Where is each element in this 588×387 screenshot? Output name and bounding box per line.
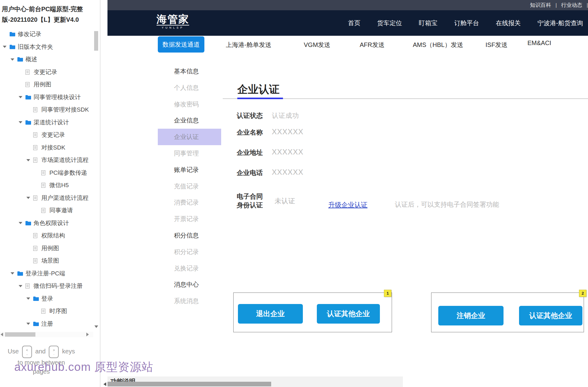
tree-item[interactable]: 微信H5	[0, 179, 93, 192]
sidebar-horizontal-scrollbar-thumb[interactable]	[5, 332, 35, 337]
menu-item[interactable]: 同事管理	[158, 145, 221, 162]
expand-arrow-icon[interactable]	[26, 297, 30, 300]
expand-arrow-icon[interactable]	[26, 260, 30, 262]
exit-company-button[interactable]: 退出企业	[238, 304, 303, 324]
tree-item[interactable]: 对接SDK	[0, 141, 93, 154]
expand-arrow-icon[interactable]	[26, 323, 30, 325]
tree-item[interactable]: 用例图	[0, 78, 93, 91]
expand-arrow-icon[interactable]	[18, 96, 23, 98]
expand-arrow-icon[interactable]	[2, 33, 7, 35]
tree-item-label: 用例图	[41, 244, 59, 252]
upgrade-certification-link[interactable]: 升级企业认证	[328, 200, 367, 209]
expand-arrow-icon[interactable]	[18, 222, 23, 224]
tree-item[interactable]: 同事管理对接SDK	[0, 104, 93, 116]
tree-item[interactable]: 用例图	[0, 242, 93, 255]
tree-item[interactable]: 微信扫码-登录注册	[0, 280, 93, 293]
tab-ams-hbl[interactable]: AMS（HBL）发送	[413, 41, 463, 49]
menu-item[interactable]: 消息中心	[158, 276, 221, 293]
menu-item[interactable]: 消费记录	[158, 194, 221, 211]
tree-item-label: 用户渠道统计流程	[41, 194, 89, 202]
expand-arrow-icon[interactable]	[34, 172, 39, 174]
menu-item[interactable]: 账单记录	[158, 162, 221, 178]
footnote-badge-2[interactable]: 2	[579, 290, 586, 297]
tree-item[interactable]: 同事管理模块设计	[0, 91, 93, 104]
brand-logo[interactable]: 海管家 YUNLSP	[157, 14, 189, 30]
menu-item[interactable]: 充值记录	[158, 178, 221, 195]
tree-item[interactable]: 场景图	[0, 255, 93, 267]
expand-arrow-icon[interactable]	[26, 109, 30, 111]
footnote-badge-1[interactable]: 1	[384, 290, 391, 297]
expand-arrow-icon[interactable]	[26, 159, 30, 161]
tree-item[interactable]: 修改记录	[0, 28, 93, 41]
tree-item[interactable]: 登录注册-PC端	[0, 267, 93, 280]
expand-arrow-icon[interactable]	[18, 84, 23, 86]
nav-item[interactable]: 订舱平台	[454, 19, 479, 27]
tree-item[interactable]: 用户渠道统计流程	[0, 192, 93, 205]
tree-item[interactable]: 概述	[0, 53, 93, 66]
tree-item[interactable]: 角色权限设计	[0, 217, 93, 230]
sidebar-scroll-right-arrow-icon[interactable]	[86, 333, 89, 336]
tree-item[interactable]: 同事邀请	[0, 204, 93, 217]
nav-item[interactable]: 盯箱宝	[419, 19, 437, 27]
utility-link[interactable]: 行业动态 |	[561, 2, 588, 9]
sidebar-scroll-left-arrow-icon[interactable]	[1, 333, 3, 336]
menu-item[interactable]: 修改密码	[158, 96, 221, 113]
utility-link-label[interactable]: 知识百科	[530, 2, 551, 9]
tab-vgm[interactable]: VGM发送	[304, 41, 330, 49]
expand-arrow-icon[interactable]	[10, 58, 15, 61]
tree-item[interactable]: 注册	[0, 318, 93, 330]
menu-item[interactable]: 个人信息	[158, 80, 221, 96]
expand-arrow-icon[interactable]	[10, 272, 15, 274]
expand-arrow-icon[interactable]	[26, 197, 30, 199]
expand-arrow-icon[interactable]	[18, 285, 23, 287]
sidebar-horizontal-scrollbar[interactable]	[0, 332, 93, 337]
expand-arrow-icon[interactable]	[26, 146, 30, 149]
tab-shanghai-manifest[interactable]: 上海港-舱单发送	[226, 41, 271, 49]
tree-item[interactable]: PC端参数传递	[0, 167, 93, 179]
menu-item[interactable]: 系统消息	[158, 293, 221, 309]
keyboard-hint: Use < , and > . keys to move between pag…	[6, 346, 77, 376]
menu-item[interactable]: 基本信息	[158, 63, 221, 80]
expand-arrow-icon[interactable]	[34, 210, 39, 212]
tree-item[interactable]: 变更记录	[0, 129, 93, 141]
expand-arrow-icon[interactable]	[18, 121, 23, 123]
nav-item[interactable]: 宁波港-船货查询	[537, 19, 583, 27]
main-horizontal-scrollbar-thumb[interactable]	[107, 382, 271, 386]
menu-item[interactable]: 积分记录	[158, 244, 221, 260]
certify-other-company-button-2[interactable]: 认证其他企业	[519, 306, 582, 325]
tree-item[interactable]: 旧版本文件夹	[0, 41, 93, 53]
menu-item[interactable]: 兑换记录	[158, 260, 221, 277]
menu-item[interactable]: 企业信息	[158, 112, 221, 129]
nav-item[interactable]: 在线报关	[496, 19, 521, 27]
tab-data-channel-active[interactable]: 数据发送通道	[158, 36, 204, 53]
expand-arrow-icon[interactable]	[34, 310, 39, 312]
expand-arrow-icon[interactable]	[34, 184, 39, 187]
tree-item[interactable]: 权限结构	[0, 229, 93, 242]
sidebar-scroll-down-arrow-icon[interactable]	[94, 325, 98, 328]
tab-em-aci[interactable]: EM&ACI	[527, 39, 551, 47]
deregister-company-button[interactable]: 注销企业	[438, 306, 504, 325]
tree-item[interactable]: 市场渠道统计流程	[0, 154, 93, 167]
expand-arrow-icon[interactable]	[2, 46, 7, 48]
expand-arrow-icon[interactable]	[26, 134, 30, 136]
tree-item[interactable]: 变更记录	[0, 66, 93, 79]
folder-icon	[10, 32, 15, 36]
tab-isf[interactable]: ISF发送	[485, 41, 508, 49]
nav-item[interactable]: 货车定位	[377, 19, 402, 27]
certify-other-company-button-1[interactable]: 认证其他企业	[317, 304, 380, 324]
expand-arrow-icon[interactable]	[18, 71, 23, 73]
main-scroll-left-arrow-icon[interactable]	[103, 382, 106, 386]
tree-item[interactable]: 登录	[0, 293, 93, 305]
tab-afr[interactable]: AFR发送	[360, 41, 385, 49]
tree-item[interactable]: 渠道统计设计	[0, 116, 93, 129]
nav-item[interactable]: 首页	[348, 19, 360, 27]
utility-link-label[interactable]: 行业动态	[561, 2, 582, 9]
menu-item[interactable]: 企业认证	[158, 129, 221, 145]
utility-link[interactable]: 知识百科 |	[530, 2, 557, 9]
expand-arrow-icon[interactable]	[26, 235, 30, 237]
expand-arrow-icon[interactable]	[26, 247, 30, 249]
menu-item[interactable]: 积分信息	[158, 227, 221, 244]
menu-item[interactable]: 开票记录	[158, 211, 221, 227]
sidebar-vertical-scrollbar-thumb[interactable]	[94, 31, 98, 51]
tree-item[interactable]: 时序图	[0, 305, 93, 318]
